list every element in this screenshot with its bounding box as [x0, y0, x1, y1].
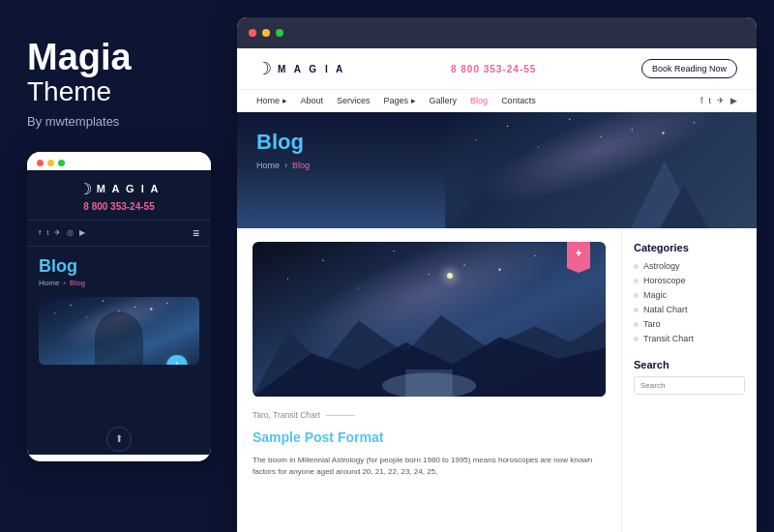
site-logo: ☽ M A G I A: [256, 58, 345, 79]
category-dot: [634, 322, 639, 327]
blog-hero-breadcrumb: Home › Blog: [256, 161, 310, 170]
menu-gallery[interactable]: Gallery: [430, 96, 458, 105]
mobile-blog-title: Blog: [39, 256, 199, 277]
site-nav: ☽ M A G I A 8 800 353-24-55 Book Reading…: [237, 48, 757, 90]
moon: [447, 273, 453, 279]
youtube-icon: ▶: [79, 228, 85, 237]
category-magic[interactable]: Magic: [634, 290, 745, 300]
menu-pages[interactable]: Pages ▸: [384, 96, 416, 105]
browser-bar: [237, 17, 757, 48]
bookmark-plus-icon: +: [575, 247, 581, 260]
browser-minimize-dot[interactable]: [262, 29, 270, 37]
mobile-content: ☽ M A G I A 8 800 353-24-55 f t ✈ ◎ ▶ ≡ …: [27, 170, 211, 455]
menu-services[interactable]: Services: [337, 96, 371, 105]
site-logo-icon: ☽: [256, 58, 272, 79]
category-natal-chart-label: Natal Chart: [643, 305, 688, 314]
post-image-wrap: +: [253, 242, 606, 397]
category-astrology-label: Astrology: [643, 261, 680, 271]
desktop-telegram-icon: ✈: [717, 96, 725, 105]
category-taro-label: Taro: [643, 319, 661, 329]
search-input[interactable]: [635, 377, 745, 394]
menu-blog[interactable]: Blog: [470, 96, 488, 105]
post-excerpt: The boom in Millennial Astrology (for pe…: [253, 455, 606, 478]
site-phone: 8 800 353-24-55: [451, 64, 536, 74]
blog-hero-breadcrumb-home: Home: [256, 161, 280, 170]
category-horoscope[interactable]: Horoscope: [634, 276, 745, 285]
post-tag-divider: [326, 415, 355, 416]
person-silhouette: [95, 311, 143, 365]
tent-inner: [660, 185, 708, 228]
blog-main: + Taro, Transit Chart Sample Post Format…: [237, 228, 757, 532]
category-transit-chart[interactable]: Transit Chart: [634, 334, 745, 343]
mountain-landscape: [253, 288, 606, 397]
site-menu: Home ▸ About Services Pages ▸ Gallery Bl…: [237, 90, 757, 112]
category-list: Astrology Horoscope Magic Natal Chart: [634, 261, 745, 343]
post-tags-text: Taro, Transit Chart: [253, 410, 320, 420]
mobile-logo-icon: ☽: [78, 180, 92, 198]
mobile-blog-section: Blog Home › Blog: [27, 247, 211, 291]
mobile-breadcrumb-current: Blog: [70, 279, 85, 287]
post-tags: Taro, Transit Chart: [253, 410, 355, 420]
telegram-icon: ✈: [54, 228, 61, 237]
category-magic-label: Magic: [643, 290, 667, 300]
desktop-youtube-icon: ▶: [730, 96, 737, 105]
category-dot: [634, 337, 639, 341]
blog-hero-breadcrumb-current: Blog: [292, 161, 310, 170]
post-title[interactable]: Sample Post Format: [253, 429, 606, 445]
brand-title: Magia: [27, 39, 218, 75]
blog-hero-text: Blog Home › Blog: [256, 130, 310, 170]
category-dot: [634, 308, 639, 312]
mobile-dot-red: [37, 160, 44, 166]
blog-posts: + Taro, Transit Chart Sample Post Format…: [237, 228, 621, 532]
book-reading-button[interactable]: Book Reading Now: [641, 59, 737, 78]
category-dot: [634, 293, 639, 298]
mobile-dot-yellow: [47, 160, 54, 166]
category-horoscope-label: Horoscope: [643, 276, 686, 285]
post-meta: Taro, Transit Chart: [253, 410, 606, 420]
menu-home[interactable]: Home ▸: [256, 96, 287, 105]
blog-sidebar: Categories Astrology Horoscope Magic: [621, 228, 757, 532]
browser-content: ☽ M A G I A 8 800 353-24-55 Book Reading…: [237, 48, 757, 532]
mobile-header: ☽ M A G I A 8 800 353-24-55: [27, 170, 211, 221]
left-panel: Magia Theme By mwtemplates ☽ M A G I A 8…: [0, 0, 237, 532]
site-menu-socials: f t ✈ ▶: [700, 96, 737, 105]
facebook-icon: f: [39, 228, 41, 237]
category-dot: [634, 264, 639, 269]
post-image-bg: [253, 242, 606, 397]
mobile-bottom-icon: ⬆: [106, 427, 132, 452]
blog-hero-breadcrumb-sep: ›: [284, 161, 287, 170]
instagram-icon: ◎: [67, 228, 74, 237]
hamburger-icon[interactable]: ≡: [193, 226, 199, 240]
site-menu-links: Home ▸ About Services Pages ▸ Gallery Bl…: [256, 96, 536, 105]
blog-hero-title: Blog: [256, 130, 310, 155]
mobile-image-area: +: [39, 297, 199, 365]
browser-maximize-dot[interactable]: [276, 29, 283, 37]
sidebar-search-title: Search: [634, 359, 745, 370]
mobile-breadcrumb-home: Home: [39, 279, 59, 287]
menu-about[interactable]: About: [301, 96, 324, 105]
desktop-tumblr-icon: t: [708, 96, 711, 105]
category-natal-chart[interactable]: Natal Chart: [634, 305, 745, 314]
mobile-social-icons: f t ✈ ◎ ▶: [39, 228, 85, 237]
mobile-breadcrumb-sep: ›: [63, 279, 66, 287]
mobile-socials-row: f t ✈ ◎ ▶ ≡: [27, 221, 211, 247]
blog-hero-bg: [445, 112, 757, 228]
sidebar-categories-title: Categories: [634, 242, 745, 253]
category-astrology[interactable]: Astrology: [634, 261, 745, 271]
browser-close-dot[interactable]: [249, 29, 256, 37]
post-bookmark[interactable]: +: [567, 242, 590, 273]
category-taro[interactable]: Taro: [634, 319, 745, 329]
post-card: + Taro, Transit Chart Sample Post Format…: [253, 242, 606, 478]
blog-hero: Blog Home › Blog: [237, 112, 757, 228]
desktop-facebook-icon: f: [700, 96, 703, 105]
desktop-browser: ☽ M A G I A 8 800 353-24-55 Book Reading…: [237, 17, 757, 532]
brand-by: By mwtemplates: [27, 114, 218, 129]
category-dot: [634, 279, 639, 283]
mobile-top-bar: [27, 152, 211, 170]
mobile-fab-label: +: [174, 360, 180, 365]
sidebar-search: Search Search: [634, 359, 745, 395]
mobile-breadcrumb: Home › Blog: [39, 279, 199, 287]
menu-contacts[interactable]: Contacts: [501, 96, 536, 105]
mobile-mockup: ☽ M A G I A 8 800 353-24-55 f t ✈ ◎ ▶ ≡ …: [27, 152, 211, 461]
mobile-logo-row: ☽ M A G I A: [78, 180, 161, 198]
